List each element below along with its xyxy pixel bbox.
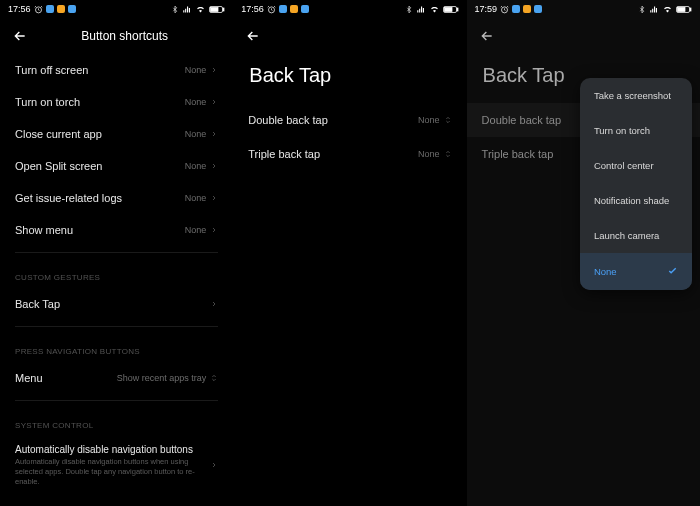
item-label: Turn off screen xyxy=(15,64,88,76)
app-dot-2 xyxy=(523,5,531,13)
clock: 17:56 xyxy=(8,4,31,14)
app-dot-2 xyxy=(57,5,65,13)
item-turn-off-screen[interactable]: Turn off screen None xyxy=(0,54,233,86)
header xyxy=(467,18,700,54)
section-press-nav: PRESS NAVIGATION BUTTONS xyxy=(0,333,233,362)
item-value: None xyxy=(185,129,219,139)
item-value: None xyxy=(185,65,219,75)
updown-icon xyxy=(444,149,452,159)
item-label: Double back tap xyxy=(482,114,562,126)
page-title: Back Tap xyxy=(233,54,466,103)
item-value: None xyxy=(185,97,219,107)
svg-rect-3 xyxy=(211,7,219,11)
divider xyxy=(15,252,218,253)
chevron-right-icon xyxy=(210,66,218,74)
updown-icon xyxy=(444,115,452,125)
chevron-right-icon xyxy=(210,162,218,170)
popup-launch-camera[interactable]: Launch camera xyxy=(580,218,692,253)
popup-turn-on-torch[interactable]: Turn on torch xyxy=(580,113,692,148)
item-value: Show recent apps tray xyxy=(117,373,219,383)
svg-rect-11 xyxy=(677,7,685,11)
item-label: Turn on torch xyxy=(15,96,80,108)
item-label: Open Split screen xyxy=(15,160,102,172)
divider xyxy=(15,400,218,401)
back-arrow-icon[interactable] xyxy=(479,28,495,44)
item-value xyxy=(210,300,218,308)
chevron-right-icon xyxy=(210,130,218,138)
header xyxy=(233,18,466,54)
item-value: None xyxy=(185,161,219,171)
item-value: None xyxy=(418,115,452,125)
item-label: Close current app xyxy=(15,128,102,140)
check-icon xyxy=(667,265,678,278)
item-label: Triple back tap xyxy=(482,148,554,160)
popup-none[interactable]: None xyxy=(580,253,692,290)
svg-rect-2 xyxy=(223,8,224,11)
chevron-right-icon xyxy=(210,461,218,469)
popup-notification-shade[interactable]: Notification shade xyxy=(580,183,692,218)
item-label: Show menu xyxy=(15,224,73,236)
header: Button shortcuts xyxy=(0,18,233,54)
app-dot-1 xyxy=(512,5,520,13)
app-dot-3 xyxy=(301,5,309,13)
svg-rect-6 xyxy=(457,8,458,11)
bluetooth-icon xyxy=(405,5,413,14)
item-label: Back Tap xyxy=(15,298,60,310)
item-value: None xyxy=(185,225,219,235)
updown-icon xyxy=(210,373,218,383)
alarm-icon xyxy=(500,5,509,14)
battery-icon xyxy=(676,5,692,14)
status-bar: 17:59 xyxy=(467,0,700,18)
item-value: None xyxy=(185,193,219,203)
clock: 17:56 xyxy=(241,4,264,14)
svg-rect-10 xyxy=(690,8,691,11)
signal-icon xyxy=(649,5,659,14)
popup-control-center[interactable]: Control center xyxy=(580,148,692,183)
alarm-icon xyxy=(267,5,276,14)
chevron-right-icon xyxy=(210,194,218,202)
item-triple-back-tap[interactable]: Triple back tap None xyxy=(233,137,466,171)
app-dot-2 xyxy=(290,5,298,13)
options-popup: Take a screenshot Turn on torch Control … xyxy=(580,78,692,290)
battery-icon xyxy=(443,5,459,14)
item-back-tap[interactable]: Back Tap xyxy=(0,288,233,320)
item-label: Automatically disable navigation buttons xyxy=(15,444,210,455)
item-close-current-app[interactable]: Close current app None xyxy=(0,118,233,150)
status-bar: 17:56 xyxy=(0,0,233,18)
chevron-right-icon xyxy=(210,226,218,234)
item-label: Triple back tap xyxy=(248,148,320,160)
divider xyxy=(15,326,218,327)
item-open-split-screen[interactable]: Open Split screen None xyxy=(0,150,233,182)
back-arrow-icon[interactable] xyxy=(245,28,261,44)
alarm-icon xyxy=(34,5,43,14)
section-system-control: SYSTEM CONTROL xyxy=(0,407,233,436)
item-double-back-tap[interactable]: Double back tap None xyxy=(233,103,466,137)
item-label: Menu xyxy=(15,372,43,384)
item-label: Get issue-related logs xyxy=(15,192,122,204)
wifi-icon xyxy=(429,5,440,14)
item-label: Double back tap xyxy=(248,114,328,126)
back-arrow-icon[interactable] xyxy=(12,28,28,44)
item-show-menu[interactable]: Show menu None xyxy=(0,214,233,246)
svg-rect-7 xyxy=(444,7,452,11)
item-turn-on-torch[interactable]: Turn on torch None xyxy=(0,86,233,118)
page-title: Button shortcuts xyxy=(28,29,221,43)
popup-take-screenshot[interactable]: Take a screenshot xyxy=(580,78,692,113)
signal-icon xyxy=(182,5,192,14)
panel-button-shortcuts: 17:56 Button shortcuts Turn off screen N… xyxy=(0,0,233,506)
item-menu[interactable]: Menu Show recent apps tray xyxy=(0,362,233,394)
chevron-right-icon xyxy=(210,300,218,308)
wifi-icon xyxy=(662,5,673,14)
item-auto-disable-nav[interactable]: Automatically disable navigation buttons… xyxy=(0,436,233,494)
bluetooth-icon xyxy=(171,5,179,14)
signal-icon xyxy=(416,5,426,14)
battery-icon xyxy=(209,5,225,14)
app-dot-1 xyxy=(46,5,54,13)
clock: 17:59 xyxy=(475,4,498,14)
panel-back-tap-popup: 17:59 Back Tap Double back tap Triple ba… xyxy=(467,0,700,506)
bluetooth-icon xyxy=(638,5,646,14)
app-dot-1 xyxy=(279,5,287,13)
app-dot-3 xyxy=(68,5,76,13)
item-issue-logs[interactable]: Get issue-related logs None xyxy=(0,182,233,214)
section-custom-gestures: CUSTOM GESTURES xyxy=(0,259,233,288)
